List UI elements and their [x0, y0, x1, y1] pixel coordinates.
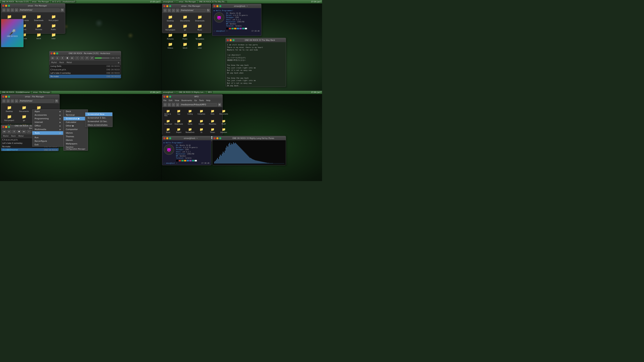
lyrics-min-q2[interactable]: [230, 39, 232, 41]
fm-item-videos-q2[interactable]: 📁 Videos: [164, 41, 177, 49]
sub-obmm2[interactable]: Obmm: [64, 138, 88, 142]
fm-refresh-q3[interactable]: ↻: [55, 99, 58, 103]
aud-stop-q3[interactable]: ⏹: [17, 130, 21, 133]
fm-item-music-q2[interactable]: 📁 Music: [193, 23, 206, 31]
wm-close-q4[interactable]: [164, 96, 166, 98]
sub-screenshot-10[interactable]: Screenshot 10 Sec.: [85, 120, 112, 123]
aud-add-playlist-q1[interactable]: +: [118, 61, 120, 64]
fm-up-q2[interactable]: ↑: [172, 9, 175, 12]
fm-item-documents-q2[interactable]: 📁 Documents: [178, 14, 192, 22]
aud-min-q1[interactable]: [53, 52, 56, 54]
aud-shuffle-q1[interactable]: ⇌: [90, 56, 94, 60]
taskbar-item-music-q2[interactable]: ONE OK ROCK 33 The Way Ba...: [198, 0, 227, 3]
aud-tab-rock-q3[interactable]: Rock: [10, 135, 16, 137]
fm-item-downloads-q2[interactable]: 📁 Downloads: [193, 14, 206, 22]
wm-close-q1[interactable]: [2, 5, 4, 7]
fm-grid-app[interactable]: 📁 App: [174, 108, 184, 117]
fm-item-pictures-q1[interactable]: 📁 Pictures: [32, 23, 46, 30]
fm-item-desktop-q3[interactable]: 📁 Desktop: [3, 105, 16, 112]
aud-prev-q1[interactable]: ⏮: [50, 56, 55, 60]
aud-tab-rock-q1[interactable]: Rock: [59, 61, 65, 64]
taskbar-item-music-q3[interactable]: ONE OK ROCK - 完全感覚Dreamer: [1, 91, 31, 94]
fm-forward-q1[interactable]: ›: [6, 8, 10, 12]
fm-refresh-q2[interactable]: ↻: [206, 9, 210, 12]
wm-close-q2[interactable]: [164, 5, 166, 7]
fm-path-q1[interactable]: /home/omax/: [19, 8, 60, 11]
term-max-q2[interactable]: [219, 5, 221, 7]
fm-item-firstproject-q1[interactable]: 📁 first project: [47, 14, 60, 21]
fm-back-q3[interactable]: ‹: [2, 99, 6, 103]
fm-grid-downloads[interactable]: 📁 Downloads: [174, 118, 184, 126]
fm-menu-bookmarks[interactable]: Bookmarks: [182, 99, 192, 101]
playlist-item-active[interactable]: 完全感覚Dreamer ONE OK ROCK: [1, 148, 58, 151]
fm-grid-titisan[interactable]: 📁 Titisan: [208, 127, 218, 134]
fm-item-documents-q3[interactable]: 📁 Documents: [18, 105, 31, 112]
term-min-q4[interactable]: [166, 137, 168, 139]
aud-tab-mylist-q1[interactable]: Mylist: [50, 61, 58, 64]
wm-min-q2[interactable]: [166, 5, 168, 7]
fm-grid-download[interactable]: 📁 Download: [164, 118, 173, 126]
fm-menu-file[interactable]: File: [164, 99, 167, 101]
taskbar-item-music-q4[interactable]: ONE OK ROCK 33 Mighty Lon...: [178, 91, 206, 93]
fm-grid-rocketdock[interactable]: 📁 RocketDock: [185, 127, 195, 134]
fm-menu-tools[interactable]: Tools: [199, 99, 204, 101]
sub-themes[interactable]: Themes: [64, 135, 88, 138]
waveform-max-q4[interactable]: [219, 137, 221, 139]
fm-item-color-q1[interactable]: 📁 color: [47, 32, 60, 39]
ctx-tools[interactable]: Tools▶: [32, 131, 63, 135]
ctx-run[interactable]: Run: [32, 136, 63, 139]
fm-home-q2[interactable]: ⌂: [176, 9, 179, 12]
fm-grid-view[interactable]: ⊞: [218, 103, 221, 106]
fm-grid-documents[interactable]: 📁 Documents: [219, 108, 229, 117]
fm-item-firstproject-q2[interactable]: 📁 first project: [164, 23, 177, 31]
wm-min-q3[interactable]: [5, 96, 7, 98]
aud-tab-mylist-q3[interactable]: Mylist: [2, 135, 9, 137]
ctx-accessories[interactable]: Accessories▶: [32, 113, 63, 117]
aud-add-q1[interactable]: +: [75, 56, 79, 60]
fm-grid-ss[interactable]: 📁 SS: [196, 127, 206, 134]
aud-close-q3[interactable]: [2, 126, 4, 128]
playlist-item[interactable]: C.h.a.o.s.m.y.t.h. ONE OK ROCK: [49, 68, 121, 71]
term-close-q4[interactable]: [164, 137, 166, 139]
sub-obconfig[interactable]: Openbox Configuration Manager: [64, 146, 88, 150]
wm-max-q3[interactable]: [8, 96, 10, 98]
taskbar-item-term-q4[interactable]: omax@host: ~: [162, 91, 177, 93]
fm-item-public-q2[interactable]: 📁 Public: [178, 32, 192, 40]
fm-grid-modif[interactable]: 📁 Modif: [219, 118, 229, 126]
ctx-exit[interactable]: Exit: [32, 143, 63, 146]
ctx-reconfigure[interactable]: Reconfigure: [32, 139, 63, 143]
fm-grid-anime[interactable]: 📁 Anime & Film: [164, 108, 173, 117]
playlist-item-active[interactable]: Re:make ONE OK ROCK: [49, 75, 121, 78]
sub-screenshot[interactable]: Screenshot ▶: [64, 117, 88, 120]
aud-max-q1[interactable]: [56, 52, 58, 54]
sub-screenshot-now[interactable]: Screenshot Now: [85, 112, 112, 116]
playlist-item[interactable]: Let's take it someday ONE OK ROCK: [49, 71, 121, 75]
ctx-office[interactable]: Office▶: [32, 124, 63, 128]
aud-next-q3[interactable]: ⏭: [22, 130, 26, 133]
ctx-apps[interactable]: Apps▶: [32, 110, 63, 113]
lyrics-max-q2[interactable]: [232, 39, 234, 41]
fm-item-firstproject-q3[interactable]: 📁 first project: [3, 114, 16, 121]
taskbar-item-terminal-q1[interactable]: lxl (1 of 1) - /media/omax/?: [51, 0, 76, 3]
fm-up-q4[interactable]: ↑: [172, 103, 175, 106]
fm-path-q3[interactable]: /home/omax/: [19, 99, 54, 102]
aud-pause-q3[interactable]: ⏸: [12, 130, 16, 133]
fm-item-desktop-q2[interactable]: 📁 Desktop: [164, 14, 177, 22]
fm-menu-go[interactable]: Go: [194, 99, 197, 101]
sub-wallpapers[interactable]: Wallpapers: [64, 142, 88, 146]
fm-grid-game[interactable]: 📁 Game: [185, 118, 195, 126]
taskbar-item-fm-q1[interactable]: omax - File Manager: [31, 0, 50, 3]
aud-eq-q1[interactable]: ≡: [80, 56, 84, 60]
aud-tab-metal-q3[interactable]: Metal: [18, 135, 24, 137]
fm-back-q4[interactable]: ‹: [164, 103, 167, 106]
aud-next-q1[interactable]: ⏭: [70, 56, 74, 60]
fm-grid-coding[interactable]: 📁 Coding: [185, 108, 195, 117]
ctx-programming[interactable]: Programming▶: [32, 117, 63, 120]
fm-item-go-q2[interactable]: 📁 go: [178, 23, 192, 31]
waveform-min-q4[interactable]: [216, 137, 218, 139]
fm-up-q1[interactable]: ↑: [10, 8, 14, 12]
fm-item-pictures-q2[interactable]: 📁 Pictures: [164, 32, 177, 40]
aud-close-q1[interactable]: [50, 52, 52, 54]
taskbar-item-fm-q4[interactable]: MFO: [207, 91, 213, 93]
wm-max-q4[interactable]: [169, 96, 171, 98]
